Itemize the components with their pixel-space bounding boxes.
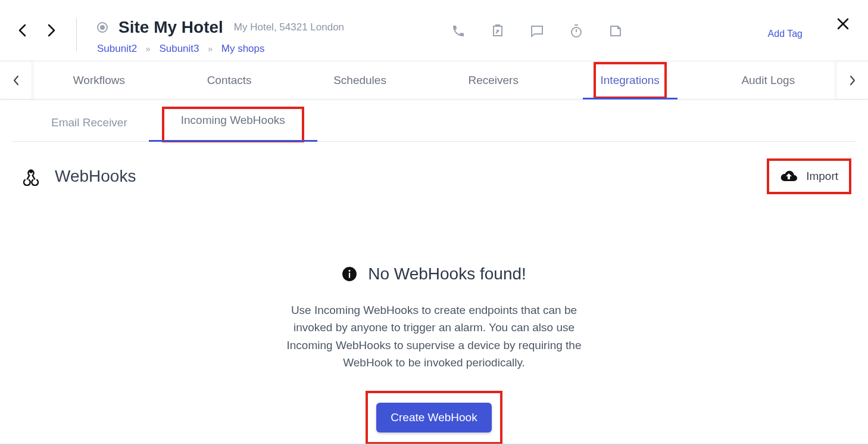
clipboard-icon[interactable] <box>491 24 505 38</box>
timer-icon[interactable] <box>569 24 583 38</box>
breadcrumb-link[interactable]: Subunit2 <box>97 43 137 54</box>
breadcrumb: Subunit2 » Subunit3 » My shops <box>97 43 344 55</box>
tabs-scroll-left[interactable] <box>0 61 32 99</box>
chevron-right-icon: » <box>146 44 151 54</box>
tabs-scroll-right[interactable] <box>836 61 868 99</box>
divider <box>76 18 77 51</box>
chevron-right-icon: » <box>208 44 213 54</box>
page-title: Site My Hotel <box>118 18 223 37</box>
section-head: WebHooks Import <box>0 142 868 193</box>
history-nav <box>18 24 56 37</box>
status-indicator-icon <box>97 22 108 33</box>
subtab-incoming-webhooks[interactable]: Incoming WebHooks <box>163 108 303 141</box>
tab-workflows[interactable]: Workflows <box>67 63 131 98</box>
forward-button[interactable] <box>48 24 56 37</box>
add-tag-link[interactable]: Add Tag <box>768 29 803 39</box>
empty-description: Use Incoming WebHooks to create endpoint… <box>279 301 589 372</box>
header-toolbar <box>451 24 623 38</box>
header: Site My Hotel My Hotel, 54321 London Sub… <box>0 0 868 61</box>
breadcrumb-link[interactable]: Subunit3 <box>159 43 199 54</box>
svg-rect-3 <box>349 273 350 278</box>
create-webhook-button[interactable]: Create WebHook <box>376 403 491 432</box>
phone-icon[interactable] <box>451 24 466 38</box>
tab-schedules[interactable]: Schedules <box>327 63 392 98</box>
breadcrumb-link[interactable]: My shops <box>221 43 265 54</box>
subtabs: Email Receiver Incoming WebHooks <box>12 99 856 142</box>
tab-contacts[interactable]: Contacts <box>201 63 258 98</box>
subtab-email-receiver[interactable]: Email Receiver <box>48 108 131 141</box>
section-title: WebHooks <box>55 167 136 186</box>
import-label: Import <box>806 170 838 183</box>
import-button[interactable]: Import <box>768 160 850 193</box>
chat-icon[interactable] <box>530 24 544 38</box>
webhook-icon <box>21 167 40 186</box>
empty-state: No WebHooks found! Use Incoming WebHooks… <box>0 264 868 442</box>
close-icon[interactable] <box>836 17 850 31</box>
title-block: Site My Hotel My Hotel, 54321 London Sub… <box>97 18 344 55</box>
svg-point-4 <box>349 270 351 272</box>
create-webhook-highlight: Create WebHook <box>368 393 499 442</box>
note-icon[interactable] <box>608 24 623 38</box>
info-icon <box>342 266 357 282</box>
tab-integrations[interactable]: Integrations <box>595 63 666 98</box>
cloud-upload-icon <box>780 169 798 183</box>
svg-point-1 <box>29 170 32 173</box>
tabs-bar: Workflows Contacts Schedules Receivers I… <box>0 61 868 99</box>
tab-audit-logs[interactable]: Audit Logs <box>735 63 801 98</box>
empty-title: No WebHooks found! <box>368 264 526 284</box>
location-text: My Hotel, 54321 London <box>234 21 344 33</box>
tab-receivers[interactable]: Receivers <box>462 63 524 98</box>
back-button[interactable] <box>18 24 26 37</box>
